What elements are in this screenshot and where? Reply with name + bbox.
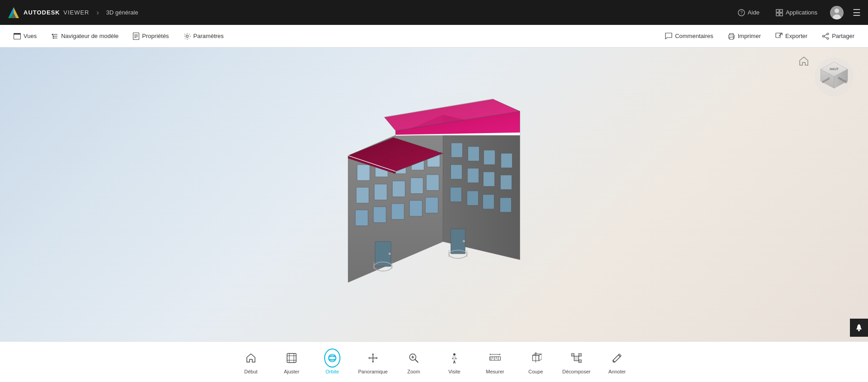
- view-cube[interactable]: HAUT AVANT DROITE: [814, 57, 854, 97]
- svg-point-97: [329, 356, 336, 359]
- help-button[interactable]: ? Aide: [734, 7, 763, 18]
- orbite-label: Orbite: [326, 369, 339, 374]
- properties-label: Propriétés: [142, 33, 169, 39]
- annoter-icon: [609, 350, 625, 366]
- debut-icon: [243, 350, 259, 366]
- 3d-building-model: [316, 74, 552, 293]
- topbar-right-actions: ? Aide Applications ☰: [734, 6, 861, 19]
- svg-rect-56: [373, 206, 386, 222]
- secondary-toolbar: Vues Navigateur de modèle Propr: [0, 25, 868, 48]
- svg-point-15: [52, 33, 53, 35]
- settings-label: Paramètres: [193, 33, 224, 39]
- settings-icon: [184, 33, 191, 40]
- 3d-viewer[interactable]: HAUT AVANT DROITE: [0, 48, 868, 341]
- svg-rect-55: [355, 210, 368, 225]
- svg-rect-51: [374, 184, 387, 200]
- svg-rect-45: [357, 164, 370, 180]
- svg-rect-74: [467, 191, 478, 205]
- svg-point-19: [53, 37, 54, 38]
- svg-point-32: [827, 33, 829, 35]
- decomposer-tool[interactable]: Décomposer: [556, 344, 597, 380]
- svg-point-90: [858, 329, 860, 331]
- vues-button[interactable]: Vues: [7, 30, 43, 42]
- visite-tool[interactable]: Visite: [434, 344, 475, 380]
- export-button[interactable]: Exporter: [769, 30, 814, 43]
- svg-rect-75: [483, 194, 494, 209]
- help-label: Aide: [748, 9, 760, 16]
- svg-rect-6: [776, 10, 779, 12]
- vues-icon: [14, 33, 21, 39]
- top-navigation-bar: AUTODESK VIEWER › 3D générale ? Aide App…: [0, 0, 868, 25]
- svg-rect-9: [780, 13, 783, 16]
- model-navigator-button[interactable]: Navigateur de modèle: [45, 30, 125, 43]
- user-avatar[interactable]: [830, 6, 844, 19]
- svg-marker-118: [539, 354, 542, 361]
- zoom-icon: [406, 350, 422, 366]
- applications-button[interactable]: Applications: [772, 7, 821, 18]
- panoramique-label: Panoramique: [358, 369, 387, 374]
- zoom-label: Zoom: [407, 369, 420, 374]
- panoramique-icon: [365, 350, 381, 366]
- export-label: Exporter: [785, 33, 807, 39]
- svg-line-106: [454, 361, 455, 363]
- zoom-tool[interactable]: Zoom: [393, 344, 434, 380]
- share-button[interactable]: Partager: [816, 30, 861, 43]
- svg-rect-57: [392, 203, 404, 219]
- visite-label: Visite: [448, 369, 461, 374]
- share-icon: [822, 33, 829, 40]
- svg-point-61: [389, 253, 391, 255]
- svg-rect-8: [776, 13, 779, 16]
- svg-point-11: [835, 9, 839, 13]
- avatar-image: [830, 6, 844, 19]
- print-button[interactable]: Imprimer: [722, 30, 767, 43]
- svg-rect-66: [468, 146, 479, 161]
- svg-rect-70: [467, 168, 479, 182]
- svg-rect-53: [410, 177, 423, 193]
- help-icon: ?: [738, 9, 745, 16]
- svg-rect-54: [426, 174, 439, 190]
- mesurer-icon: [487, 350, 503, 366]
- svg-rect-50: [356, 187, 369, 203]
- share-label: Partager: [832, 33, 854, 39]
- orbite-icon: [324, 350, 340, 366]
- comments-button[interactable]: Commentaires: [659, 30, 720, 42]
- applications-icon: [776, 9, 783, 16]
- svg-point-104: [453, 353, 456, 355]
- debut-tool[interactable]: Début: [231, 344, 271, 380]
- bottom-toolbar: Début Ajuster Orb: [0, 341, 868, 382]
- notification-button[interactable]: [850, 319, 868, 337]
- svg-point-17: [53, 35, 54, 37]
- decomposer-icon: [568, 350, 585, 366]
- svg-text:HAUT: HAUT: [830, 67, 839, 71]
- panoramique-tool[interactable]: Panoramique: [353, 344, 393, 380]
- mesurer-tool[interactable]: Mesurer: [475, 344, 515, 380]
- annoter-tool[interactable]: Annoter: [597, 344, 637, 380]
- svg-rect-76: [500, 197, 511, 212]
- coupe-tool[interactable]: Coupe: [515, 344, 556, 380]
- orbite-tool[interactable]: Orbite: [312, 344, 353, 380]
- svg-line-21: [52, 35, 53, 35]
- svg-rect-109: [490, 357, 500, 360]
- vues-label: Vues: [24, 33, 37, 39]
- print-label: Imprimer: [738, 33, 761, 39]
- toolbar-right-group: Commentaires Imprimer Exporter: [659, 30, 861, 43]
- properties-icon: [133, 33, 139, 40]
- svg-point-29: [733, 36, 734, 37]
- svg-rect-58: [410, 200, 422, 216]
- applications-label: Applications: [786, 9, 817, 16]
- svg-rect-52: [392, 181, 405, 196]
- svg-rect-65: [451, 143, 462, 157]
- settings-button[interactable]: Paramètres: [177, 30, 230, 43]
- properties-button[interactable]: Propriétés: [127, 30, 175, 43]
- home-view-button[interactable]: [798, 56, 809, 69]
- hamburger-menu-button[interactable]: ☰: [853, 7, 861, 18]
- visite-icon: [446, 350, 462, 366]
- debut-label: Début: [244, 369, 257, 374]
- svg-rect-67: [484, 150, 495, 164]
- ajuster-tool[interactable]: Ajuster: [271, 344, 312, 380]
- autodesk-logo-icon: [7, 6, 20, 19]
- print-icon: [728, 33, 735, 40]
- svg-rect-120: [574, 356, 579, 361]
- comments-label: Commentaires: [675, 33, 713, 39]
- comments-icon: [665, 33, 672, 39]
